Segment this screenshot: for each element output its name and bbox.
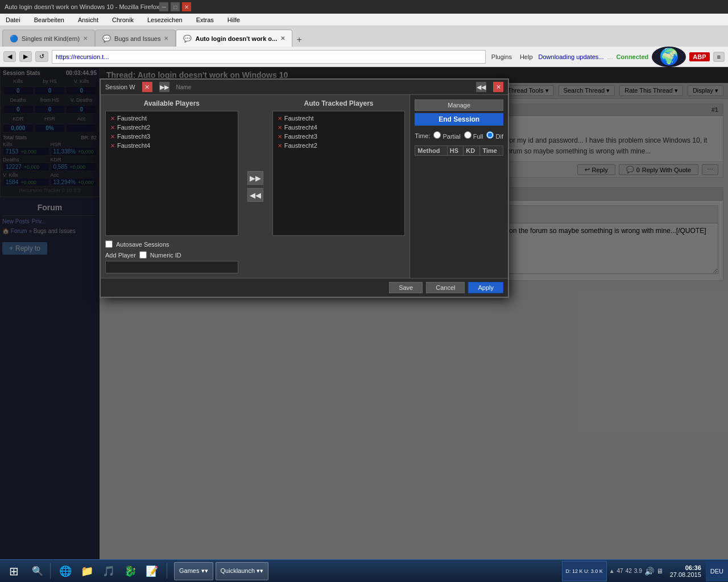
- tab-singles[interactable]: 🔵 Singles mit Kind(ern) ✕: [2, 30, 95, 47]
- kd-col-header: KD: [464, 146, 480, 156]
- apply-button[interactable]: Apply: [468, 282, 503, 293]
- player-3-remove[interactable]: ✕: [110, 134, 115, 140]
- nav-bar: ◀ ▶ ↺ Plugins Help Downloading updates..…: [0, 47, 728, 67]
- method-table: Method HS KD Time: [415, 146, 503, 156]
- menu-chronik[interactable]: Chronik: [109, 15, 137, 24]
- tab-bugs-close[interactable]: ✕: [164, 35, 168, 41]
- sys-tray-icons: ▲ 47 42 3.9 🔊 🖥: [607, 567, 665, 576]
- url-bar[interactable]: [52, 50, 486, 64]
- name-label: Name: [176, 84, 192, 90]
- menu-datei[interactable]: Datei: [2, 15, 24, 24]
- autosave-row: Autosave Sessions: [105, 240, 238, 248]
- tab-singles-label: Singles mit Kind(ern): [22, 35, 80, 42]
- numeric-id-checkbox[interactable]: [139, 251, 147, 259]
- available-title: Available Players: [105, 99, 238, 107]
- taskbar-games-group[interactable]: Games ▾▾: [174, 562, 213, 580]
- tab-autologin-close[interactable]: ✕: [280, 35, 285, 41]
- lang-button[interactable]: DEU: [706, 561, 728, 581]
- end-session-button[interactable]: End Session: [415, 113, 503, 126]
- time-controls: Time: Partial Full Dif: [415, 129, 503, 142]
- content-area: Session Stats 00:03:44.95 Kills by HS V.…: [0, 67, 728, 559]
- close-tracked-icon[interactable]: ✕: [493, 82, 503, 92]
- hs-col-header: HS: [447, 146, 463, 156]
- taskbar-quicklaunch-group[interactable]: Quicklaunch ▾▾: [216, 562, 269, 580]
- dif-radio[interactable]: [486, 131, 494, 139]
- sys-tray-box: D: 12 K U: 3.0 K: [562, 561, 607, 581]
- time-label: Time:: [415, 132, 430, 139]
- dialog-overlay: Session W ✕ ▶▶ Name ◀◀ ✕ Available Playe…: [0, 67, 728, 559]
- download-status: Downloading updates...: [539, 53, 604, 60]
- tracked-3-remove[interactable]: ✕: [278, 134, 282, 140]
- move-left-icon[interactable]: ◀◀: [476, 82, 486, 92]
- taskbar-browser-icon[interactable]: 🌐: [55, 560, 76, 582]
- cancel-button[interactable]: Cancel: [426, 282, 465, 293]
- add-player-input[interactable]: [105, 261, 238, 273]
- player-item-2: ✕ Faustrecht2: [108, 123, 235, 132]
- dialog-main: Available Players ✕ Faustrecht ✕ Faustre…: [101, 95, 508, 278]
- top-buttons: Manage End Session: [415, 99, 503, 126]
- close-session-icon[interactable]: ✕: [142, 82, 152, 92]
- taskbar-game-icon[interactable]: 🐉: [120, 560, 140, 582]
- tab-autologin[interactable]: 💬 Auto login doesn't work o... ✕: [176, 30, 292, 47]
- tab-singles-close[interactable]: ✕: [83, 35, 88, 41]
- move-right-all-button[interactable]: ▶▶: [247, 171, 263, 185]
- player-1-remove[interactable]: ✕: [110, 115, 115, 122]
- reload-button[interactable]: ↺: [35, 51, 48, 62]
- autosave-checkbox[interactable]: [105, 240, 113, 248]
- dialog-footer: Save Cancel Apply: [101, 278, 508, 297]
- menu-hilfe[interactable]: Hilfe: [224, 15, 243, 24]
- player-2-remove[interactable]: ✕: [110, 124, 115, 131]
- nav-plugins[interactable]: Plugins: [491, 53, 512, 60]
- tab-bugs[interactable]: 💬 Bugs and Issues ✕: [95, 30, 176, 47]
- player-4-remove[interactable]: ✕: [110, 143, 115, 149]
- full-radio[interactable]: [464, 131, 471, 139]
- method-col-header: Method: [415, 146, 447, 156]
- tray-text: D: 12 K U: 3.0 K: [566, 568, 603, 574]
- taskbar-folder-icon[interactable]: 📁: [77, 560, 97, 582]
- taskbar-quicklaunch-label: Quicklaunch ▾▾: [221, 567, 264, 575]
- tracked-1-remove[interactable]: ✕: [278, 115, 282, 122]
- close-button[interactable]: ✕: [182, 2, 191, 11]
- tracked-4-remove[interactable]: ✕: [278, 143, 282, 149]
- partial-radio[interactable]: [433, 131, 441, 139]
- taskbar-app-icon[interactable]: 📝: [142, 560, 162, 582]
- clock-date: 27.08.2015: [670, 571, 701, 578]
- window-controls: ─ □ ✕: [159, 2, 191, 11]
- player-1-name: Faustrecht: [117, 115, 147, 122]
- tracked-2-remove[interactable]: ✕: [278, 124, 282, 131]
- taskbar-media-icon[interactable]: 🎵: [98, 560, 119, 582]
- tracker-dialog: Session W ✕ ▶▶ Name ◀◀ ✕ Available Playe…: [100, 78, 509, 298]
- menu-ansicht[interactable]: Ansicht: [75, 15, 102, 24]
- tray-stat-2: 42: [626, 568, 632, 574]
- start-button[interactable]: ⊞: [0, 560, 27, 583]
- menu-extras[interactable]: Extras: [193, 15, 217, 24]
- save-button[interactable]: Save: [389, 282, 423, 293]
- maximize-button[interactable]: □: [171, 2, 180, 11]
- abp-button[interactable]: ABP: [689, 52, 709, 61]
- player-3-name: Faustrecht3: [117, 133, 150, 140]
- nav-help[interactable]: Help: [520, 53, 533, 60]
- manage-button[interactable]: Manage: [415, 99, 503, 111]
- player-4-name: Faustrecht4: [117, 142, 150, 149]
- forward-button[interactable]: ▶: [19, 51, 32, 62]
- time-col-header: Time: [480, 146, 503, 156]
- browser-title: Auto login doesn't work on Windows 10 - …: [5, 3, 159, 10]
- search-button[interactable]: 🔍: [27, 560, 48, 583]
- menu-bearbeiten[interactable]: Bearbeiten: [31, 15, 68, 24]
- tray-stat-3: 3.9: [634, 568, 642, 574]
- tab-singles-icon: 🔵: [10, 35, 18, 43]
- menu-lesezeichen[interactable]: Lesezeichen: [144, 15, 186, 24]
- move-left-all-button[interactable]: ◀◀: [247, 188, 263, 202]
- tab-autologin-icon: 💬: [183, 35, 192, 43]
- minimize-button[interactable]: ─: [159, 2, 168, 11]
- speaker-icon[interactable]: 🔊: [644, 567, 654, 576]
- new-tab-button[interactable]: +: [292, 33, 306, 47]
- numeric-id-label: Numeric ID: [150, 252, 181, 259]
- taskbar-apps: 🌐 📁 🎵 🐉 📝: [53, 560, 164, 582]
- separator: ...: [607, 53, 613, 61]
- move-right-icon[interactable]: ▶▶: [159, 82, 169, 92]
- tracked-3-name: Faustrecht3: [284, 133, 317, 140]
- back-button[interactable]: ◀: [3, 51, 16, 62]
- tracked-players-list: ✕ Faustrecht ✕ Faustrecht4 ✕ Faustrecht3: [272, 111, 406, 236]
- menu-button[interactable]: ≡: [713, 52, 725, 62]
